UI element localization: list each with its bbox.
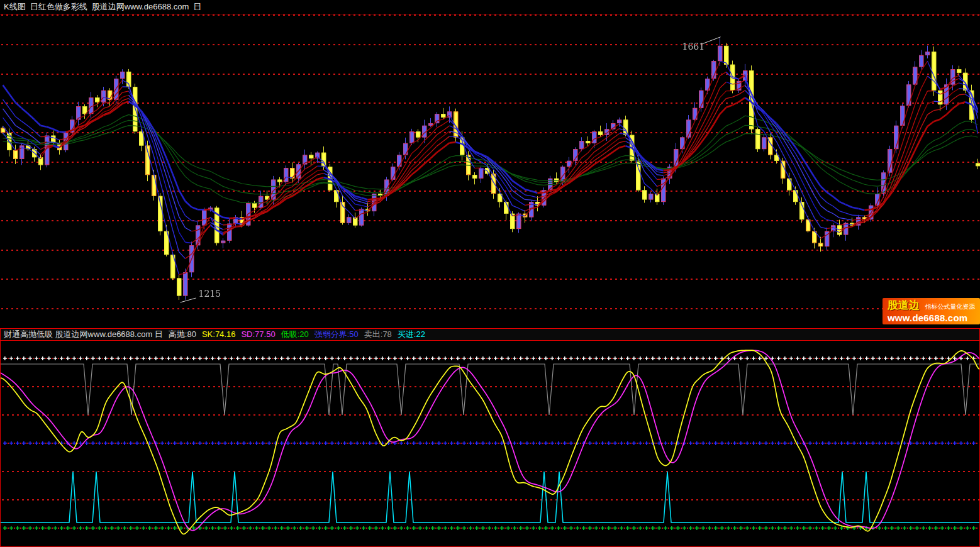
- indicator-panel: 财通高抛低吸 股道边网www.de6688.com 日高抛:80SK:74.16…: [0, 328, 980, 547]
- window-title-bar: K线图日红色做多彩线股道边网www.de6688.com日: [0, 0, 980, 14]
- indicator-value: SK:74.16: [202, 329, 236, 339]
- indicator-value: 强弱分界:50: [315, 329, 359, 339]
- indicator-value: 高抛:80: [169, 329, 196, 339]
- indicator-header: 财通高抛低吸 股道边网www.de6688.com 日高抛:80SK:74.16…: [1, 329, 979, 341]
- logo-brand-text: 股道边: [888, 299, 920, 311]
- kline-panel: 股道边 指标公式量化资源 www.de6688.com: [0, 14, 980, 328]
- indicator-values: 高抛:80SK:74.16SD:77.50低吸:20强弱分界:50卖出:78买进…: [163, 329, 425, 339]
- title-brand-url: 股道边网www.de6688.com: [92, 2, 189, 11]
- app-window: K线图日红色做多彩线股道边网www.de6688.com日 股道边 指标公式量化…: [0, 0, 980, 547]
- indicator-chart-canvas[interactable]: [1, 341, 979, 546]
- indicator-value: 买进:22: [398, 329, 425, 339]
- de6688-logo[interactable]: 股道边 指标公式量化资源 www.de6688.com: [883, 298, 980, 324]
- kline-chart-canvas[interactable]: [0, 14, 980, 328]
- title-period-style: 日红色做多彩线: [30, 2, 87, 11]
- logo-url-text: www.de6688.com: [888, 312, 980, 323]
- indicator-value: SD:77.50: [241, 329, 275, 339]
- title-period: 日: [193, 2, 201, 11]
- indicator-value: 卖出:78: [364, 329, 392, 339]
- title-chart-type: K线图: [4, 2, 26, 11]
- logo-tagline-text: 指标公式量化资源: [925, 303, 975, 310]
- logo-row: 股道边 指标公式量化资源: [888, 299, 980, 312]
- indicator-title: 财通高抛低吸 股道边网www.de6688.com 日: [4, 329, 163, 339]
- indicator-value: 低吸:20: [281, 329, 309, 339]
